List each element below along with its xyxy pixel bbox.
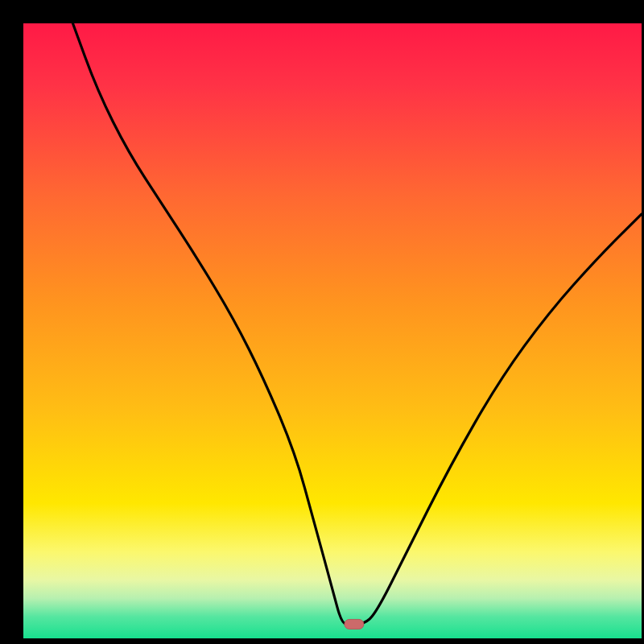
optimal-point-marker xyxy=(345,619,364,629)
gradient-background xyxy=(23,23,642,638)
chart-container: TheBottleneck.com xyxy=(0,0,644,644)
bottleneck-plot xyxy=(0,0,644,644)
